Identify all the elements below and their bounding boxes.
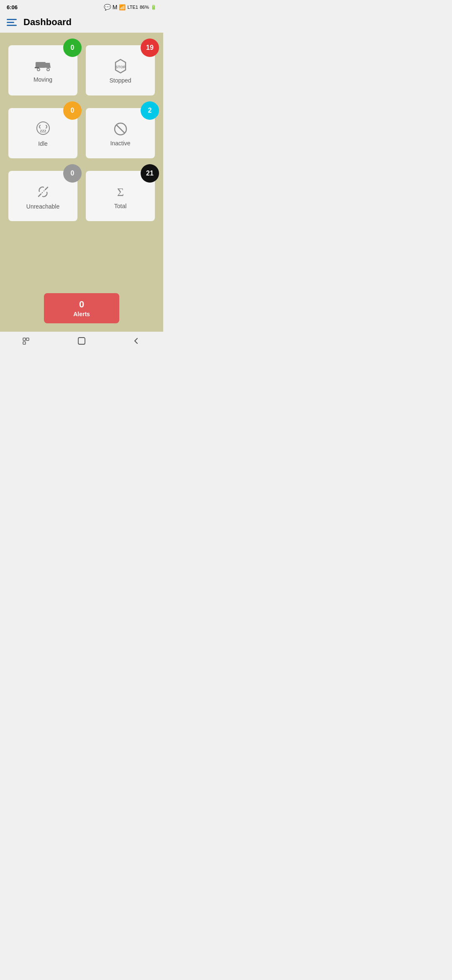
- unreachable-label: Unreachable: [26, 203, 59, 210]
- battery-icon: 🔋: [151, 5, 157, 10]
- svg-marker-1: [46, 63, 51, 68]
- moving-card-wrapper: 0 Moving: [8, 45, 77, 95]
- idle-badge: 0: [63, 101, 82, 120]
- app-bar: Dashboard: [0, 13, 163, 33]
- signal-icon: LTE1: [127, 5, 138, 10]
- recent-apps-button[interactable]: [22, 337, 32, 348]
- card-row-3: 0 Unreachable 21: [8, 171, 155, 221]
- sigma-icon: Σ: [113, 184, 128, 199]
- moving-label: Moving: [33, 76, 52, 83]
- alerts-bar: 0 Alerts: [8, 289, 155, 323]
- status-bar: 6:06 💬 M 📶 LTE1 86% 🔋: [0, 0, 163, 13]
- whatsapp-icon: 💬: [104, 4, 111, 10]
- status-time: 6:06: [7, 4, 18, 10]
- card-row-2: 0 zzz Idle 2: [8, 108, 155, 158]
- alerts-label: Alerts: [73, 311, 90, 317]
- inactive-card-wrapper: 2 Inactive: [86, 108, 155, 158]
- gmail-icon: M: [113, 4, 118, 10]
- idle-icon: zzz: [35, 121, 51, 137]
- battery-text: 86%: [140, 5, 149, 10]
- inactive-label: Inactive: [110, 140, 130, 147]
- total-card-wrapper: 21 Σ Total: [86, 171, 155, 221]
- moving-badge: 0: [63, 39, 82, 57]
- stop-icon: STOP: [113, 59, 128, 74]
- wifi-icon: 📶: [119, 4, 126, 10]
- svg-rect-6: [35, 67, 39, 68]
- truck-icon: [35, 59, 51, 73]
- dashboard-content: 0 Moving: [0, 33, 163, 332]
- svg-line-11: [116, 125, 125, 133]
- content-spacer: [8, 234, 155, 276]
- svg-text:Σ: Σ: [117, 186, 123, 199]
- svg-point-3: [38, 69, 39, 70]
- unreachable-badge: 0: [63, 164, 82, 183]
- idle-card-wrapper: 0 zzz Idle: [8, 108, 77, 158]
- svg-line-12: [42, 191, 44, 193]
- bottom-nav: [0, 332, 163, 353]
- total-badge: 21: [141, 164, 159, 183]
- status-icons: 💬 M 📶 LTE1 86% 🔋: [104, 4, 157, 10]
- stopped-card-wrapper: 19 STOP Stopped: [86, 45, 155, 95]
- svg-text:zzz: zzz: [40, 129, 46, 133]
- total-label: Total: [114, 203, 127, 209]
- menu-button[interactable]: [7, 19, 17, 26]
- block-icon: [113, 121, 128, 137]
- back-button[interactable]: [131, 336, 141, 348]
- alerts-count: 0: [79, 299, 84, 310]
- svg-point-5: [47, 69, 49, 70]
- svg-rect-16: [23, 342, 26, 344]
- stopped-badge: 19: [141, 39, 159, 57]
- svg-rect-0: [36, 62, 46, 68]
- home-button[interactable]: [77, 336, 87, 348]
- svg-rect-14: [23, 338, 26, 340]
- unreachable-card-wrapper: 0 Unreachable: [8, 171, 77, 221]
- alerts-button[interactable]: 0 Alerts: [44, 293, 119, 323]
- broken-link-icon: [35, 184, 51, 200]
- inactive-badge: 2: [141, 101, 159, 120]
- page-title: Dashboard: [23, 17, 72, 28]
- svg-rect-15: [26, 338, 29, 340]
- idle-label: Idle: [38, 140, 48, 147]
- svg-rect-17: [78, 338, 85, 344]
- card-row-1: 0 Moving: [8, 45, 155, 95]
- stopped-label: Stopped: [109, 77, 131, 84]
- svg-text:STOP: STOP: [115, 65, 125, 69]
